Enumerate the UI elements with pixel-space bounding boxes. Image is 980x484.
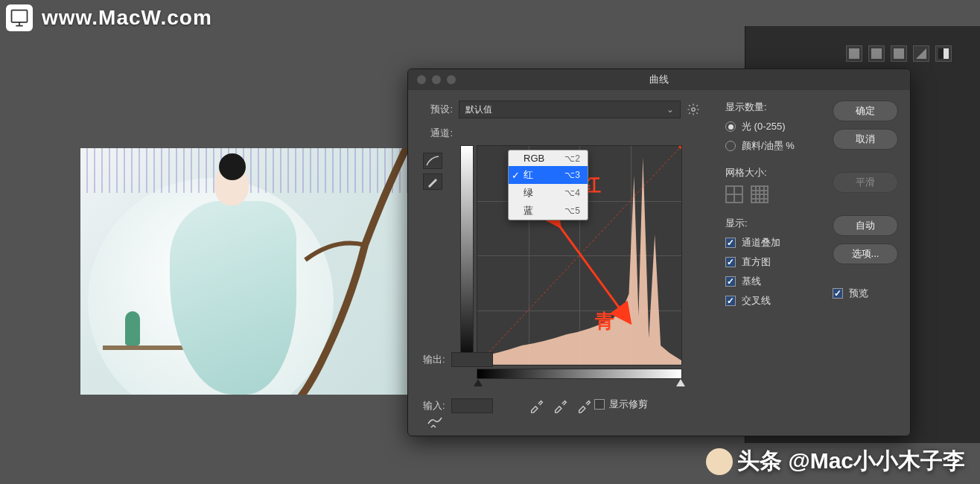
- watermark-bottom-text: 头条 @Mac小小木子李: [737, 446, 965, 477]
- svg-rect-5: [944, 48, 949, 59]
- output-gradient: [460, 145, 474, 366]
- smooth-button[interactable]: 平滑: [833, 172, 898, 193]
- watermark-text: www.MacW.com: [42, 6, 212, 30]
- radio-light[interactable]: [725, 121, 736, 132]
- channel-menu: RGB⌥2 ✓ 红⌥3 绿⌥4 蓝⌥5: [508, 150, 588, 220]
- traffic-lights: [408, 75, 456, 84]
- ok-button[interactable]: 确定: [833, 101, 898, 121]
- show-clipping-label: 显示修剪: [609, 398, 648, 411]
- black-point-slider[interactable]: [474, 379, 483, 386]
- gear-icon[interactable]: [687, 103, 700, 116]
- channel-menu-green[interactable]: 绿⌥4: [509, 184, 588, 202]
- grid-4-icon[interactable]: [725, 185, 743, 203]
- chk-overlay-label: 通道叠加: [742, 236, 780, 249]
- adj-icon-3[interactable]: [891, 45, 907, 62]
- white-point-slider[interactable]: [676, 379, 685, 386]
- channel-menu-blue[interactable]: 蓝⌥5: [509, 202, 588, 220]
- adj-icon-2[interactable]: [868, 45, 885, 62]
- watermark-bottom: 头条 @Mac小小木子李: [706, 446, 965, 477]
- chk-histogram-label: 直方图: [742, 255, 771, 269]
- image-branch: [276, 148, 410, 395]
- curves-dialog: 曲线 预设: 默认值 ⌄ 通道: RGB⌥2: [407, 69, 911, 436]
- adj-icon-5[interactable]: [935, 45, 952, 62]
- preset-label: 预设:: [426, 103, 453, 116]
- adjustment-icons: [846, 45, 952, 62]
- grid-16-icon[interactable]: [751, 185, 769, 203]
- chk-histogram[interactable]: ✓: [725, 257, 736, 267]
- chk-baseline[interactable]: ✓: [725, 276, 736, 287]
- dialog-title: 曲线: [649, 73, 669, 86]
- avatar-icon: [706, 448, 733, 475]
- preview-label: 预览: [849, 287, 868, 300]
- chk-intersect-label: 交叉线: [742, 294, 771, 308]
- preset-value: 默认值: [465, 104, 492, 116]
- zoom-icon[interactable]: [447, 75, 456, 84]
- auto-button[interactable]: 自动: [833, 215, 898, 236]
- image-vase: [125, 311, 140, 346]
- close-icon[interactable]: [417, 75, 426, 84]
- show-amount-label: 显示数量:: [725, 101, 822, 114]
- svg-point-9: [678, 146, 681, 149]
- annotation-cyan: 青: [595, 308, 614, 334]
- grid-size-label: 网格大小:: [725, 166, 822, 179]
- adj-icon-4[interactable]: [913, 45, 929, 62]
- minimize-icon[interactable]: [432, 75, 441, 84]
- show-label: 显示:: [725, 217, 822, 230]
- canvas-document[interactable]: [80, 148, 410, 395]
- eyedropper-gray-icon[interactable]: [553, 397, 569, 413]
- svg-rect-0: [12, 10, 28, 22]
- radio-light-label: 光 (0-255): [742, 120, 786, 133]
- dialog-titlebar[interactable]: 曲线: [408, 69, 910, 90]
- target-adjust-icon[interactable]: [426, 413, 444, 428]
- chk-intersect[interactable]: ✓: [725, 296, 736, 306]
- curve-point-tool[interactable]: [423, 153, 442, 169]
- chk-baseline-label: 基线: [742, 275, 761, 288]
- svg-point-6: [692, 108, 696, 112]
- preset-select[interactable]: 默认值 ⌄: [459, 101, 681, 118]
- channel-label: 通道:: [426, 127, 453, 140]
- chevron-down-icon: ⌄: [666, 104, 674, 115]
- output-label: 输出:: [423, 353, 445, 366]
- mac-icon: [6, 4, 33, 31]
- svg-rect-3: [894, 48, 904, 59]
- curve-pencil-tool[interactable]: [423, 173, 442, 190]
- show-clipping-checkbox[interactable]: [594, 399, 605, 410]
- chk-overlay[interactable]: ✓: [725, 238, 736, 248]
- input-gradient: [477, 369, 682, 379]
- adj-icon-1[interactable]: [846, 45, 862, 62]
- svg-rect-1: [849, 48, 859, 59]
- output-field[interactable]: [451, 352, 493, 367]
- svg-rect-4: [938, 48, 944, 59]
- svg-rect-2: [871, 48, 882, 59]
- eyedropper-white-icon[interactable]: [576, 397, 593, 413]
- options-button[interactable]: 选项...: [833, 243, 898, 264]
- preview-checkbox[interactable]: ✓: [833, 288, 843, 299]
- eyedropper-black-icon[interactable]: [529, 397, 545, 413]
- channel-menu-red[interactable]: ✓ 红⌥3: [509, 166, 588, 184]
- watermark-top: www.MacW.com: [6, 4, 212, 31]
- check-icon: ✓: [512, 170, 520, 181]
- input-field[interactable]: [451, 398, 493, 413]
- channel-menu-rgb[interactable]: RGB⌥2: [509, 150, 588, 166]
- cancel-button[interactable]: 取消: [833, 129, 898, 150]
- radio-pigment-label: 颜料/油墨 %: [742, 139, 795, 153]
- radio-pigment[interactable]: [725, 141, 736, 151]
- input-label: 输入:: [423, 399, 445, 413]
